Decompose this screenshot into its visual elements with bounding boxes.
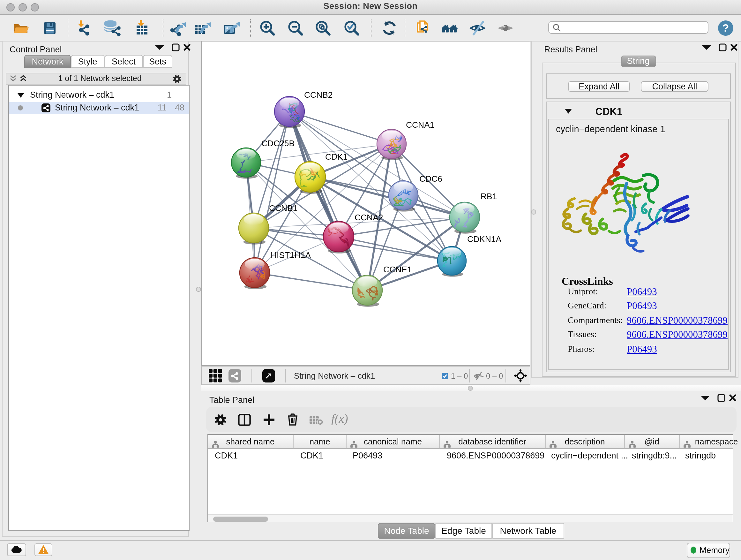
svg-text:CDC6: CDC6 bbox=[419, 174, 442, 184]
svg-text:HIST1H1A: HIST1H1A bbox=[270, 250, 311, 260]
svg-text:CDKN1A: CDKN1A bbox=[467, 234, 501, 244]
svg-text:CCNA2: CCNA2 bbox=[354, 212, 383, 222]
svg-text:CCNA1: CCNA1 bbox=[406, 120, 434, 130]
svg-text:RB1: RB1 bbox=[480, 192, 496, 201]
svg-text:CDC25B: CDC25B bbox=[261, 138, 294, 148]
svg-text:CDK1: CDK1 bbox=[325, 152, 347, 162]
svg-text:?: ? bbox=[723, 22, 729, 34]
svg-text:CCNE1: CCNE1 bbox=[383, 265, 411, 274]
svg-text:CCNB2: CCNB2 bbox=[304, 90, 332, 100]
svg-text:CCNB1: CCNB1 bbox=[269, 203, 297, 213]
